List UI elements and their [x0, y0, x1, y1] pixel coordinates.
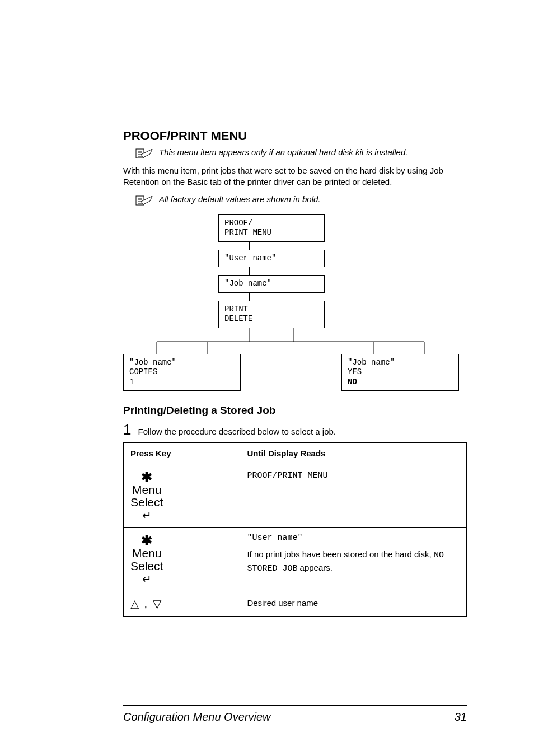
display-cell: "User name" If no print jobs have been s… [240, 528, 467, 591]
flow-connector [218, 293, 325, 301]
step-number: 1 [123, 422, 131, 437]
flow-text: "Job name" [348, 358, 395, 367]
flow-text: DELETE [224, 314, 252, 323]
note-icon [135, 194, 153, 208]
menu-select-key-icon: ✱ Menu Select ↵ [130, 533, 163, 585]
footer-rule [123, 705, 467, 706]
display-cell: PROOF/PRINT MENU [240, 464, 467, 528]
star-icon: ✱ [130, 470, 163, 484]
display-cell: Desired user name [240, 591, 467, 616]
key-cell-menu: ✱ Menu Select ↵ [124, 464, 240, 528]
flow-box-delete: "Job name" YES NO [341, 354, 459, 391]
flow-branch-connector [123, 328, 467, 354]
display-text: Desired user name [247, 598, 318, 608]
text: If no print jobs have been stored on the… [247, 549, 434, 559]
flow-box-print: "Job name" COPIES 1 [123, 354, 241, 391]
menu-label-line2: Select [130, 560, 163, 572]
page-footer: Configuration Menu Overview 31 [123, 711, 467, 724]
flow-text: "User name" [224, 254, 276, 263]
table-row: △ , ▽ Desired user name [124, 591, 467, 616]
menu-label-line2: Select [130, 496, 163, 508]
section-heading: PROOF/PRINT MENU [123, 129, 467, 143]
flow-text: COPIES [129, 367, 157, 376]
step-1: 1 Follow the procedure described below t… [123, 422, 467, 437]
flow-connector [218, 242, 325, 250]
flow-text: PROOF/ [224, 218, 252, 227]
star-icon: ✱ [130, 533, 163, 547]
note-row-1: This menu item appears only if an option… [135, 147, 467, 161]
flowchart: PROOF/ PRINT MENU "User name" "Job name"… [123, 214, 467, 391]
note-row-2: All factory default values are shown in … [135, 194, 467, 208]
step-text: Follow the procedure described below to … [138, 427, 336, 436]
key-cell-arrows: △ , ▽ [124, 591, 240, 616]
menu-select-key-icon: ✱ Menu Select ↵ [130, 470, 163, 521]
table-header-display: Until Display Reads [240, 443, 467, 464]
enter-icon: ↵ [130, 573, 163, 585]
flow-box-user: "User name" [218, 250, 325, 268]
display-text: PROOF/PRINT MENU [247, 471, 327, 480]
table-row: ✱ Menu Select ↵ PROOF/PRINT MENU [124, 464, 467, 528]
table-row: ✱ Menu Select ↵ "User name" If no print … [124, 528, 467, 591]
note-text-1: This menu item appears only if an option… [159, 147, 407, 158]
flow-text: PRINT MENU [224, 228, 271, 237]
flow-connector [218, 267, 325, 275]
flow-box-root: PROOF/ PRINT MENU [218, 214, 325, 242]
flow-text: YES [348, 367, 362, 376]
paragraph-1: With this menu item, print jobs that wer… [123, 165, 467, 188]
display-note: If no print jobs have been stored on the… [247, 548, 460, 575]
text: appears. [297, 563, 332, 572]
flow-box-action: PRINT DELETE [218, 301, 325, 328]
display-text: "User name" [247, 533, 460, 543]
flow-text: PRINT [224, 305, 248, 314]
note-text-2: All factory default values are shown in … [159, 194, 321, 205]
menu-label-line1: Menu [130, 547, 163, 559]
flow-box-job: "Job name" [218, 275, 325, 293]
footer-title: Configuration Menu Overview [123, 711, 270, 724]
table-header-press-key: Press Key [124, 443, 240, 464]
page-number: 31 [455, 711, 467, 724]
enter-icon: ↵ [130, 510, 163, 521]
note-icon [135, 147, 153, 161]
up-down-key-icon: △ , ▽ [130, 598, 162, 610]
menu-label-line1: Menu [130, 484, 163, 496]
key-cell-menu: ✱ Menu Select ↵ [124, 528, 240, 591]
flow-text: "Job name" [129, 358, 176, 367]
instruction-table: Press Key Until Display Reads ✱ Menu Sel… [123, 442, 467, 617]
subsection-heading: Printing/Deleting a Stored Job [123, 404, 467, 417]
flow-text: NO [348, 377, 357, 386]
flow-text: 1 [129, 377, 134, 386]
flow-text: "Job name" [224, 279, 271, 288]
